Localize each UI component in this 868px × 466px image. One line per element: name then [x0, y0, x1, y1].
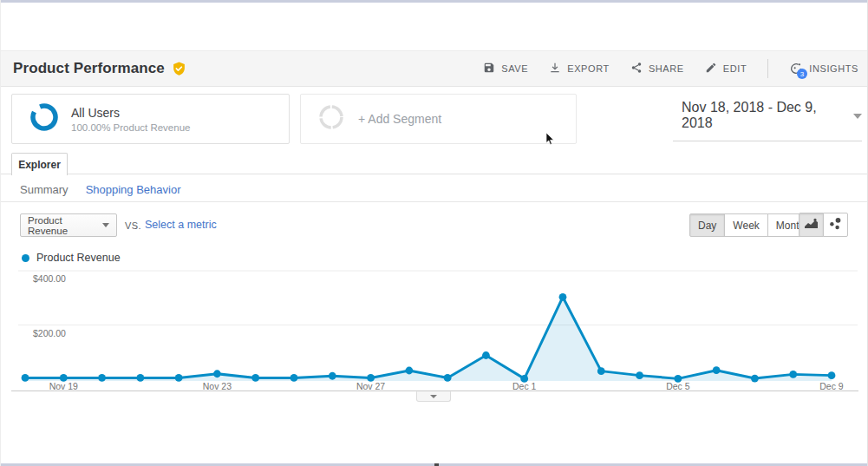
toolbar-divider: [767, 59, 768, 78]
data-point-nov-29[interactable]: [444, 374, 452, 382]
share-icon: [630, 62, 643, 75]
y-axis-label: $400.00: [33, 273, 66, 284]
granularity-week-button[interactable]: Week: [724, 213, 767, 237]
insights-button[interactable]: 3 INSIGHTS: [789, 62, 858, 75]
data-point-nov-24[interactable]: [251, 374, 259, 382]
tab-bar-line: [1, 174, 867, 174]
annotations-pull-tab[interactable]: [416, 391, 451, 402]
insights-count-badge: 3: [797, 69, 807, 79]
segment-title: All Users: [71, 106, 190, 120]
verified-shield-icon: [172, 61, 186, 76]
chevron-down-icon: [430, 395, 437, 398]
data-point-nov-18[interactable]: [22, 374, 29, 382]
subnav-summary[interactable]: Summary: [20, 183, 69, 196]
line-chart-type-button[interactable]: [799, 213, 824, 237]
segment-donut-icon: [29, 102, 59, 135]
empty-ring-icon: [318, 104, 344, 134]
data-point-dec-9[interactable]: [828, 371, 836, 379]
date-range-label: Nov 18, 2018 - Dec 9, 2018: [682, 100, 845, 131]
export-button[interactable]: EXPORT: [549, 62, 610, 75]
chart-type-toggle: [799, 213, 848, 237]
download-icon: [549, 62, 561, 75]
page-title: Product Performance: [13, 60, 165, 77]
dropdown-caret-icon: [102, 223, 109, 227]
edit-button[interactable]: EDIT: [705, 62, 747, 75]
tab-explorer[interactable]: Explorer: [11, 153, 68, 175]
report-toolbar: SAVE EXPORT SHARE EDIT: [483, 51, 858, 86]
select-metric-link[interactable]: Select a metric: [145, 219, 217, 231]
data-point-nov-26[interactable]: [329, 372, 336, 380]
series-area-fill: [25, 297, 832, 381]
save-button[interactable]: SAVE: [483, 62, 528, 75]
data-point-dec-7[interactable]: [751, 375, 759, 383]
data-point-dec-3[interactable]: [597, 367, 605, 375]
report-header: Product Performance SAVE EXPORT: [1, 50, 867, 87]
section-divider: [1, 201, 867, 202]
metric-selector-value: Product Revenue: [28, 215, 102, 236]
data-point-nov-21[interactable]: [136, 374, 144, 382]
scatter-chart-type-button[interactable]: [823, 213, 848, 237]
date-range-selector[interactable]: Nov 18, 2018 - Dec 9, 2018: [673, 96, 862, 141]
pencil-icon: [705, 62, 717, 75]
data-point-nov-30[interactable]: [482, 351, 490, 359]
granularity-toggle: Day Week Month: [689, 213, 813, 237]
data-point-dec-8[interactable]: [789, 371, 797, 378]
scatter-dots-icon: [829, 217, 842, 233]
save-icon: [483, 62, 495, 75]
granularity-day-button[interactable]: Day: [689, 213, 725, 237]
product-revenue-line-chart[interactable]: [1, 252, 868, 391]
series-line: [25, 297, 832, 378]
data-point-nov-23[interactable]: [213, 370, 221, 377]
data-point-nov-25[interactable]: [290, 374, 298, 382]
data-point-dec-6[interactable]: [713, 366, 721, 374]
line-chart-icon: [804, 217, 819, 233]
mouse-cursor: [545, 133, 555, 149]
segment-subtitle: 100.00% Product Revenue: [71, 122, 190, 133]
data-point-nov-28[interactable]: [405, 367, 413, 375]
subnav-shopping-behavior[interactable]: Shopping Behavior: [86, 183, 181, 196]
data-point-nov-20[interactable]: [98, 374, 106, 382]
app-window: Product Performance SAVE EXPORT: [0, 0, 868, 466]
vs-label: VS.: [125, 220, 141, 231]
share-button[interactable]: SHARE: [630, 62, 684, 75]
explorer-subnav: Summary Shopping Behavior: [20, 183, 180, 196]
y-axis-label: $200.00: [33, 328, 66, 338]
add-segment-button[interactable]: + Add Segment: [300, 94, 577, 144]
data-point-nov-22[interactable]: [175, 374, 183, 382]
data-point-dec-2[interactable]: [559, 293, 567, 301]
metric-selector-dropdown[interactable]: Product Revenue: [20, 213, 117, 237]
data-point-dec-4[interactable]: [636, 371, 643, 379]
date-caret-down-icon: [853, 114, 862, 119]
segment-card-all-users[interactable]: All Users 100.00% Product Revenue: [11, 94, 290, 144]
add-segment-label: + Add Segment: [358, 112, 441, 126]
insights-icon: 3: [789, 62, 803, 75]
window-top-border: [1, 0, 867, 3]
